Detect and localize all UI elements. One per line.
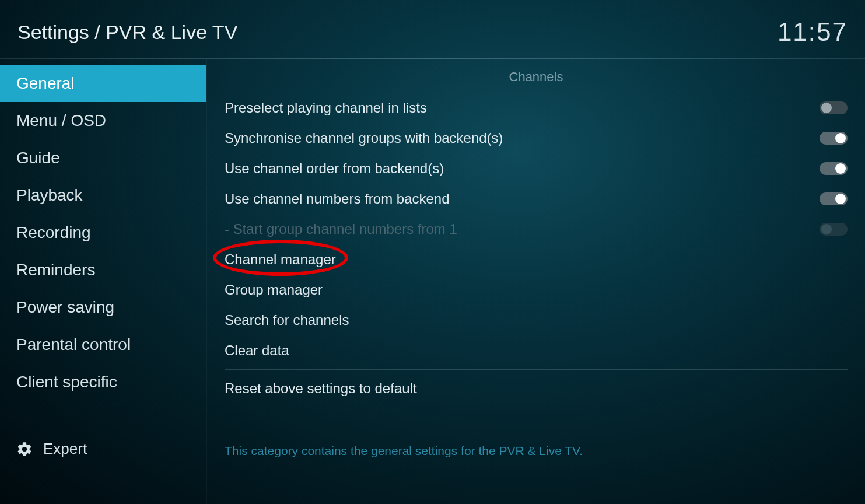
clock: 11:57 (778, 18, 848, 47)
setting-channel-manager[interactable]: Channel manager (225, 244, 848, 275)
breadcrumb: Settings / PVR & Live TV (17, 21, 237, 44)
main-panel: Channels Preselect playing channel in li… (207, 59, 865, 504)
toggle-use-channel-order[interactable] (820, 162, 848, 175)
sidebar-item-label: Playback (16, 186, 83, 204)
gear-icon (16, 441, 33, 457)
settings-level-button[interactable]: Expert (0, 428, 206, 470)
sidebar-item-label: General (16, 74, 75, 92)
sidebar-item-label: Recording (16, 223, 91, 242)
setting-use-channel-numbers[interactable]: Use channel numbers from backend (225, 184, 848, 214)
sidebar-item-label: Menu / OSD (16, 111, 106, 130)
settings-level-label: Expert (43, 440, 87, 458)
setting-label: Synchronise channel groups with backend(… (225, 130, 503, 146)
setting-label: Group manager (225, 282, 323, 298)
sidebar-item-reminders[interactable]: Reminders (0, 251, 206, 289)
section-divider (225, 369, 848, 370)
sidebar-item-menu-osd[interactable]: Menu / OSD (0, 102, 206, 139)
setting-clear-data[interactable]: Clear data (225, 335, 848, 366)
sidebar-item-label: Reminders (16, 261, 95, 279)
setting-sync-channel-groups[interactable]: Synchronise channel groups with backend(… (225, 123, 848, 153)
setting-group-manager[interactable]: Group manager (225, 275, 848, 305)
sidebar-item-general[interactable]: General (0, 65, 206, 102)
sidebar-item-label: Guide (16, 149, 60, 167)
sidebar-item-recording[interactable]: Recording (0, 214, 206, 251)
setting-label: Use channel order from backend(s) (225, 160, 444, 177)
setting-label: Channel manager (225, 251, 336, 268)
sidebar-item-label: Parental control (16, 335, 131, 354)
setting-label: Search for channels (225, 312, 349, 328)
setting-label: Use channel numbers from backend (225, 191, 450, 207)
setting-reset-defaults[interactable]: Reset above settings to default (225, 373, 848, 404)
content-area: General Menu / OSD Guide Playback Record… (0, 59, 865, 504)
setting-search-channels[interactable]: Search for channels (225, 305, 848, 335)
sidebar-item-label: Client specific (16, 373, 117, 391)
setting-label: Preselect playing channel in lists (225, 100, 427, 116)
toggle-start-group-numbers (820, 223, 848, 236)
sidebar-item-parental-control[interactable]: Parental control (0, 326, 206, 363)
sidebar-items: General Menu / OSD Guide Playback Record… (0, 59, 206, 428)
sidebar-item-client-specific[interactable]: Client specific (0, 363, 206, 401)
sidebar: General Menu / OSD Guide Playback Record… (0, 59, 207, 504)
header: Settings / PVR & Live TV 11:57 (0, 0, 865, 58)
help-text: This category contains the general setti… (225, 433, 848, 458)
setting-label: Reset above settings to default (225, 380, 417, 397)
sidebar-item-label: Power saving (16, 298, 114, 316)
sidebar-item-playback[interactable]: Playback (0, 177, 206, 214)
sidebar-item-power-saving[interactable]: Power saving (0, 289, 206, 326)
toggle-preselect-playing-channel[interactable] (820, 102, 848, 114)
setting-preselect-playing-channel[interactable]: Preselect playing channel in lists (225, 93, 848, 123)
setting-use-channel-order[interactable]: Use channel order from backend(s) (225, 153, 848, 184)
toggle-sync-channel-groups[interactable] (820, 132, 848, 145)
toggle-use-channel-numbers[interactable] (820, 192, 848, 205)
setting-start-group-numbers: - Start group channel numbers from 1 (225, 214, 848, 244)
section-header-channels: Channels (225, 69, 848, 85)
setting-label: - Start group channel numbers from 1 (225, 221, 457, 237)
sidebar-item-guide[interactable]: Guide (0, 139, 206, 177)
setting-label: Clear data (225, 342, 289, 359)
